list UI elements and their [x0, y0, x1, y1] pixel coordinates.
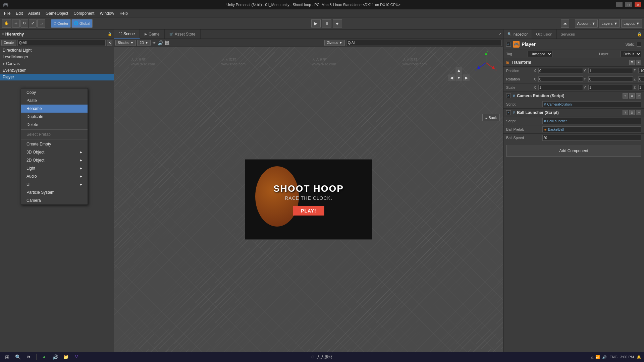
script-value[interactable]: # BallLauncher [542, 118, 641, 124]
move-tool[interactable]: ✛ [12, 19, 20, 28]
ctx-3d-object[interactable]: 3D Object ▶ [21, 148, 88, 156]
sun-icon[interactable]: ☀ [152, 40, 156, 46]
hierarchy-item-canvas[interactable]: ▶ Canvas [0, 60, 114, 67]
layer-select[interactable]: Default [621, 51, 641, 57]
step-button[interactable]: ⏭ [333, 19, 342, 27]
gizmos-dropdown[interactable]: Gizmos ▼ [324, 40, 345, 46]
tab-inspector[interactable]: 🔍 Inspector [503, 29, 532, 39]
image-icon[interactable]: 🖼 [165, 40, 169, 46]
menu-edit[interactable]: Edit [13, 10, 25, 16]
close-button[interactable]: ✕ [635, 2, 641, 7]
component-expand-icon[interactable]: ↗ [636, 110, 641, 115]
rotation-z-input[interactable] [638, 76, 644, 82]
hand-tool[interactable]: ✋ [2, 19, 11, 28]
object-enabled-checkbox[interactable] [506, 42, 511, 47]
ctx-ui[interactable]: UI ▶ [21, 180, 88, 188]
lock-icon[interactable]: 🔒 [108, 32, 112, 36]
volume-icon[interactable]: 🔊 [602, 355, 607, 359]
cam-up[interactable]: ▲ [455, 67, 462, 74]
tab-services[interactable]: Services [557, 29, 579, 39]
ctx-rename[interactable]: Rename [21, 105, 88, 113]
tab-occlusion[interactable]: Occlusion [532, 29, 556, 39]
maximize-button[interactable]: □ [625, 2, 632, 7]
ball-launcher-header[interactable]: # Ball Launcher (Script) ? ⚙ ↗ [503, 109, 644, 117]
taskview-button[interactable]: ⧉ [24, 353, 33, 361]
maximize-icon[interactable]: ⤢ [496, 29, 503, 39]
pause-button[interactable]: ⏸ [322, 19, 331, 27]
object-name[interactable]: Player [522, 42, 623, 47]
lock-icon[interactable]: 🔒 [635, 29, 644, 39]
menu-gameobject[interactable]: GameObject [43, 10, 71, 16]
sound-icon[interactable]: 🔊 [158, 40, 163, 46]
rotation-x-input[interactable] [538, 76, 583, 82]
ball-speed-input[interactable] [542, 135, 641, 141]
component-help-icon[interactable]: ? [623, 93, 628, 99]
ctx-delete[interactable]: Delete [21, 121, 88, 129]
ctx-2d-object[interactable]: 2D Object ▶ [21, 156, 88, 164]
menu-file[interactable]: File [1, 10, 13, 16]
layers-dropdown[interactable]: Layers ▼ [599, 19, 620, 28]
hierarchy-item-player[interactable]: Player [0, 74, 114, 80]
back-button[interactable]: ≡ Back [482, 114, 500, 121]
scale-z-input[interactable] [638, 85, 644, 90]
notification-icon[interactable]: 🔔 [637, 355, 641, 359]
rotation-y-input[interactable] [588, 76, 633, 82]
menu-component[interactable]: Component [71, 10, 97, 16]
component-settings-icon[interactable]: ⚙ [629, 110, 635, 115]
rect-tool[interactable]: ▭ [37, 19, 45, 28]
ctx-light[interactable]: Light ▶ [21, 164, 88, 172]
explorer-button[interactable]: 📁 [61, 353, 70, 361]
mode-dropdown[interactable]: 2D ▼ [137, 40, 151, 46]
camera-rotation-header[interactable]: # Camera Rotation (Script) ? ⚙ ↗ [503, 92, 644, 100]
play-button[interactable]: ▶ [311, 19, 321, 27]
ctx-camera[interactable]: Camera [21, 196, 88, 204]
ctx-paste[interactable]: Paste [21, 97, 88, 105]
component-help-icon[interactable]: ? [623, 110, 628, 115]
network-icon[interactable]: 📶 [595, 355, 600, 359]
menu-assets[interactable]: Assets [25, 10, 43, 16]
ball-launcher-enabled[interactable] [506, 110, 511, 115]
hierarchy-item-eventsystem[interactable]: EventSystem [0, 67, 114, 74]
cloud-button[interactable]: ☁ [561, 19, 569, 28]
rotate-tool[interactable]: ↻ [20, 19, 28, 28]
create-button[interactable]: Create [1, 40, 16, 46]
minimize-button[interactable]: ─ [616, 2, 623, 7]
hierarchy-item-levelmanager[interactable]: LevelManager [0, 54, 114, 60]
layout-dropdown[interactable]: Layout ▼ [621, 19, 642, 28]
ball-prefab-value[interactable]: ◈ BasketBall [542, 126, 641, 132]
shading-dropdown[interactable]: Shaded ▼ [115, 40, 136, 46]
scene-search[interactable] [346, 40, 502, 46]
ctx-copy[interactable]: Copy [21, 88, 88, 97]
scale-y-input[interactable] [588, 85, 633, 90]
show-desktop-icon[interactable]: △ [591, 355, 593, 359]
static-checkbox[interactable] [637, 42, 641, 47]
component-settings-icon[interactable]: ⚙ [629, 93, 635, 99]
ctx-audio[interactable]: Audio ▶ [21, 172, 88, 180]
cam-left[interactable]: ◀ [448, 74, 455, 81]
vs-button[interactable]: V [72, 353, 81, 361]
add-component-button[interactable]: Add Component [506, 145, 641, 157]
scale-tool[interactable]: ⤢ [29, 19, 37, 28]
pivot-center-btn[interactable]: ⊙ Center [51, 19, 71, 28]
cam-right[interactable]: ▶ [463, 74, 470, 81]
ctx-particle-system[interactable]: Particle System [21, 188, 88, 196]
chrome-button[interactable]: ● [40, 353, 49, 361]
space-global-btn[interactable]: 🌐 Global [71, 19, 93, 28]
position-z-input[interactable] [638, 68, 644, 73]
camera-rotation-enabled[interactable] [506, 94, 511, 98]
windows-button[interactable]: ⊞ [3, 353, 11, 361]
scene-view[interactable]: 人人素材www.rr-sc.com 人人素材www.rr-sc.com 人人素材… [114, 47, 503, 352]
script-value[interactable]: # CameraRotation [542, 101, 641, 107]
scene-tab[interactable]: ⛶ Scene [114, 29, 140, 39]
menu-help[interactable]: Help [117, 10, 130, 16]
hierarchy-item-directional-light[interactable]: Directional Light [0, 47, 114, 54]
sound-button[interactable]: 🔊 [51, 353, 59, 361]
hierarchy-search[interactable] [17, 40, 106, 46]
menu-window[interactable]: Window [97, 10, 117, 16]
asset-store-tab[interactable]: 🛒 Asset Store [165, 29, 201, 39]
component-expand-icon[interactable]: ↗ [636, 60, 641, 65]
transform-component-header[interactable]: ⊞ Transform ⚙ ↗ [503, 58, 644, 67]
cam-down[interactable]: ▼ [455, 74, 462, 81]
position-y-input[interactable] [588, 68, 633, 73]
scale-x-input[interactable] [538, 85, 583, 90]
